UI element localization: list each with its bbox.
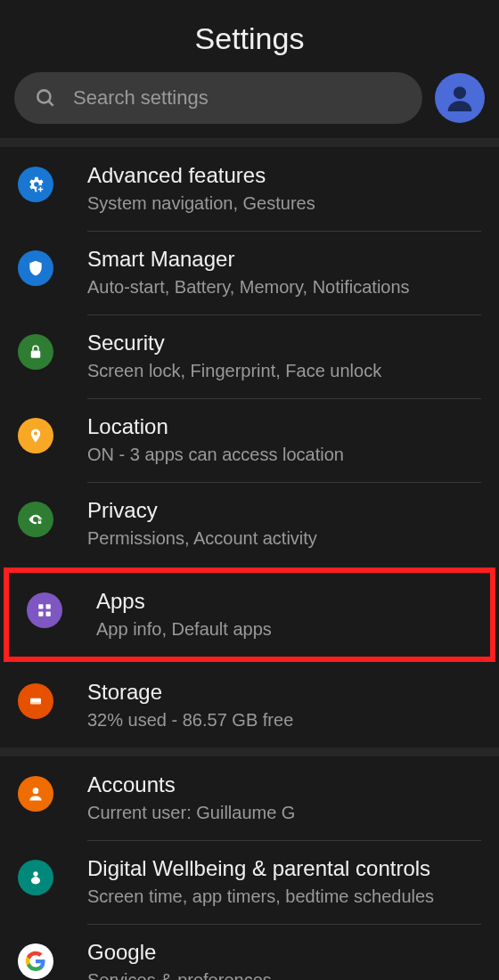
profile-avatar[interactable] bbox=[435, 73, 485, 123]
lock-icon bbox=[18, 334, 53, 370]
search-input[interactable] bbox=[73, 86, 403, 110]
storage-icon bbox=[18, 683, 53, 719]
item-subtitle: Screen lock, Fingerprint, Face unlock bbox=[87, 359, 483, 382]
page-title: Settings bbox=[0, 21, 499, 56]
item-title: Privacy bbox=[87, 498, 483, 523]
wellbeing-icon bbox=[18, 860, 53, 895]
svg-rect-6 bbox=[38, 521, 42, 524]
svg-rect-8 bbox=[46, 604, 51, 608]
location-pin-icon bbox=[18, 418, 53, 453]
item-title: Digital Wellbeing & parental controls bbox=[87, 856, 483, 881]
item-title: Advanced features bbox=[87, 163, 483, 188]
svg-rect-10 bbox=[46, 612, 51, 617]
section-divider bbox=[0, 138, 499, 147]
eye-lock-icon bbox=[18, 502, 53, 537]
google-icon bbox=[18, 943, 53, 979]
person-icon bbox=[18, 776, 53, 812]
item-subtitle: Permissions, Account activity bbox=[87, 527, 483, 550]
item-title: Storage bbox=[87, 680, 483, 705]
settings-item-google[interactable]: Google Services & preferences bbox=[0, 924, 499, 980]
svg-rect-9 bbox=[38, 612, 43, 617]
item-subtitle: Current user: Guillaume G bbox=[87, 801, 483, 824]
page-header: Settings bbox=[0, 0, 499, 72]
settings-list-2: Accounts Current user: Guillaume G Digit… bbox=[0, 756, 499, 980]
item-subtitle: Auto-start, Battery, Memory, Notificatio… bbox=[87, 275, 483, 298]
svg-rect-4 bbox=[31, 351, 41, 358]
settings-list-1: Advanced features System navigation, Ges… bbox=[0, 147, 499, 747]
item-subtitle: Services & preferences bbox=[87, 968, 483, 980]
search-row bbox=[0, 72, 499, 138]
settings-item-accounts[interactable]: Accounts Current user: Guillaume G bbox=[0, 756, 499, 840]
svg-line-1 bbox=[48, 101, 53, 105]
search-box[interactable] bbox=[14, 72, 422, 124]
svg-point-13 bbox=[33, 788, 39, 794]
apps-grid-icon bbox=[27, 592, 62, 628]
search-icon bbox=[34, 86, 57, 110]
highlighted-apps-item: Apps App info, Default apps bbox=[4, 568, 495, 662]
settings-item-location[interactable]: Location ON - 3 apps can access location bbox=[0, 398, 499, 482]
item-subtitle: 32% used - 86.57 GB free bbox=[87, 708, 483, 731]
item-subtitle: Screen time, app timers, bedtime schedul… bbox=[87, 885, 483, 908]
item-subtitle: App info, Default apps bbox=[96, 617, 474, 641]
svg-point-0 bbox=[37, 90, 50, 102]
settings-item-storage[interactable]: Storage 32% used - 86.57 GB free bbox=[0, 664, 499, 747]
svg-rect-7 bbox=[38, 604, 43, 608]
section-divider bbox=[0, 747, 499, 756]
svg-rect-12 bbox=[30, 702, 41, 705]
svg-point-2 bbox=[454, 86, 466, 99]
settings-item-security[interactable]: Security Screen lock, Fingerprint, Face … bbox=[0, 314, 499, 398]
item-subtitle: ON - 3 apps can access location bbox=[87, 443, 483, 466]
item-title: Location bbox=[87, 414, 483, 439]
settings-item-digital-wellbeing[interactable]: Digital Wellbeing & parental controls Sc… bbox=[0, 840, 499, 924]
settings-item-privacy[interactable]: Privacy Permissions, Account activity bbox=[0, 482, 499, 566]
settings-item-smart-manager[interactable]: Smart Manager Auto-start, Battery, Memor… bbox=[0, 231, 499, 314]
svg-point-14 bbox=[33, 871, 37, 876]
settings-item-apps[interactable]: Apps App info, Default apps bbox=[9, 573, 490, 657]
item-title: Accounts bbox=[87, 772, 483, 797]
settings-item-advanced-features[interactable]: Advanced features System navigation, Ges… bbox=[0, 147, 499, 231]
item-subtitle: System navigation, Gestures bbox=[87, 192, 483, 215]
shield-icon bbox=[18, 250, 53, 286]
item-title: Apps bbox=[96, 589, 474, 614]
item-title: Smart Manager bbox=[87, 247, 483, 272]
item-title: Security bbox=[87, 331, 483, 355]
gear-plus-icon bbox=[18, 167, 53, 202]
item-title: Google bbox=[87, 940, 483, 965]
